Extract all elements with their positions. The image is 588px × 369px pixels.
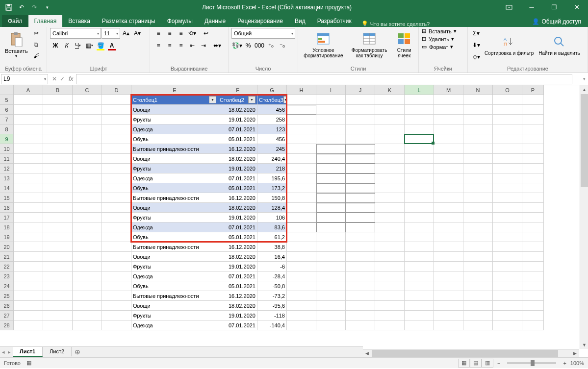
- cell[interactable]: [43, 154, 73, 164]
- align-middle-icon[interactable]: ≡: [164, 28, 175, 39]
- cell[interactable]: [463, 232, 493, 242]
- cell[interactable]: [287, 320, 316, 330]
- cell[interactable]: [102, 183, 131, 193]
- cell[interactable]: [287, 105, 316, 115]
- cell[interactable]: [346, 311, 375, 320]
- cell[interactable]: [375, 183, 405, 193]
- cell[interactable]: [102, 281, 131, 291]
- cell[interactable]: [522, 154, 544, 164]
- cell[interactable]: [463, 281, 493, 291]
- cell[interactable]: [434, 262, 463, 271]
- col-header-P[interactable]: P: [522, 85, 544, 95]
- cell[interactable]: [316, 124, 346, 134]
- cell[interactable]: [434, 271, 463, 281]
- sheet-nav-first-icon[interactable]: ◂: [2, 349, 5, 355]
- cell[interactable]: [287, 311, 316, 320]
- cell[interactable]: 61,2: [257, 232, 287, 242]
- cell[interactable]: [405, 232, 434, 242]
- formula-bar[interactable]: [76, 74, 572, 84]
- cell[interactable]: [316, 193, 346, 203]
- cell[interactable]: [405, 320, 434, 330]
- col-header-G[interactable]: G: [257, 85, 287, 95]
- cell[interactable]: [463, 134, 493, 144]
- cell[interactable]: [434, 164, 463, 173]
- col-header-H[interactable]: H: [287, 85, 316, 95]
- row-header-23[interactable]: 23: [0, 271, 14, 281]
- cell[interactable]: [375, 311, 405, 320]
- cell[interactable]: [346, 154, 375, 164]
- row-header-27[interactable]: 27: [0, 311, 14, 320]
- cell[interactable]: 173,2: [257, 183, 287, 193]
- cell[interactable]: [493, 134, 522, 144]
- cell[interactable]: [375, 242, 405, 252]
- cell[interactable]: [346, 95, 375, 105]
- cell[interactable]: 05.01.2021: [218, 281, 257, 291]
- cell[interactable]: [43, 144, 73, 154]
- cell[interactable]: 16.12.2020: [218, 291, 257, 301]
- cell[interactable]: [346, 291, 375, 301]
- cell[interactable]: [14, 232, 43, 242]
- cell[interactable]: 83,6: [257, 222, 287, 232]
- cell[interactable]: 258: [257, 115, 287, 124]
- cell[interactable]: [316, 242, 346, 252]
- cell[interactable]: [73, 173, 102, 183]
- col-header-L[interactable]: L: [405, 85, 434, 95]
- cell[interactable]: [463, 203, 493, 213]
- cell[interactable]: [522, 95, 544, 105]
- cell[interactable]: [346, 262, 375, 271]
- cell[interactable]: 07.01.2021: [218, 124, 257, 134]
- cell[interactable]: [287, 242, 316, 252]
- font-size-combo[interactable]: 11: [102, 28, 120, 39]
- cell[interactable]: [405, 144, 434, 154]
- cell[interactable]: [346, 242, 375, 252]
- cell[interactable]: [43, 95, 73, 105]
- cell[interactable]: [493, 222, 522, 232]
- cell[interactable]: Обувь: [131, 232, 218, 242]
- cell[interactable]: 18.02.2020: [218, 154, 257, 164]
- cell[interactable]: [493, 320, 522, 330]
- cell[interactable]: [375, 320, 405, 330]
- cell[interactable]: Обувь: [131, 134, 218, 144]
- cell[interactable]: [405, 262, 434, 271]
- cell[interactable]: [43, 193, 73, 203]
- fx-icon[interactable]: fx: [69, 75, 73, 82]
- cell[interactable]: [287, 124, 316, 134]
- cancel-formula-icon[interactable]: ✕: [52, 75, 57, 82]
- cell[interactable]: [493, 311, 522, 320]
- cell[interactable]: [14, 291, 43, 301]
- cell[interactable]: Бытовые принадлежности: [131, 291, 218, 301]
- cell[interactable]: [434, 144, 463, 154]
- cell[interactable]: [346, 144, 375, 154]
- cell[interactable]: [14, 95, 43, 105]
- col-header-B[interactable]: B: [43, 85, 73, 95]
- col-header-A[interactable]: A: [14, 85, 43, 95]
- cell[interactable]: [493, 281, 522, 291]
- cell[interactable]: [287, 193, 316, 203]
- cell[interactable]: [522, 193, 544, 203]
- scroll-up-icon[interactable]: ▲: [580, 85, 588, 94]
- clear-icon[interactable]: ◇▾: [471, 51, 482, 62]
- cell[interactable]: Овощи: [131, 203, 218, 213]
- row-header-8[interactable]: 8: [0, 124, 14, 134]
- col-header-E[interactable]: E: [131, 85, 218, 95]
- italic-icon[interactable]: К: [61, 40, 72, 51]
- cell[interactable]: [43, 232, 73, 242]
- cell[interactable]: [43, 115, 73, 124]
- row-header-22[interactable]: 22: [0, 262, 14, 271]
- cell[interactable]: -140,4: [257, 320, 287, 330]
- cell[interactable]: [14, 311, 43, 320]
- cell[interactable]: [463, 154, 493, 164]
- cell[interactable]: [463, 124, 493, 134]
- cell[interactable]: Одежда: [131, 271, 218, 281]
- cell[interactable]: [405, 183, 434, 193]
- cell[interactable]: [493, 144, 522, 154]
- cell[interactable]: [316, 301, 346, 311]
- cell[interactable]: [316, 115, 346, 124]
- cell[interactable]: [405, 105, 434, 115]
- cell[interactable]: [463, 262, 493, 271]
- cell[interactable]: [434, 311, 463, 320]
- cell[interactable]: [346, 124, 375, 134]
- cell[interactable]: [493, 203, 522, 213]
- cell[interactable]: [287, 203, 316, 213]
- cell[interactable]: [316, 281, 346, 291]
